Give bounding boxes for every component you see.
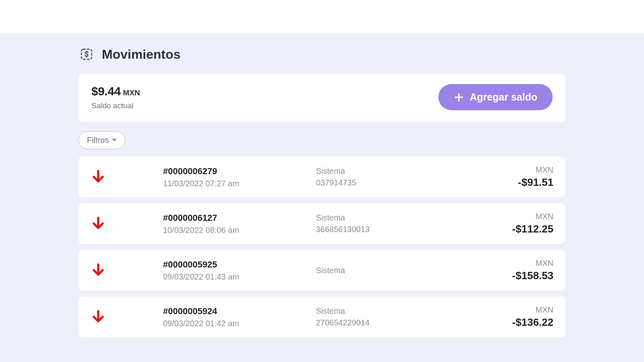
transaction-amount-cell: MXN-$91.51 [449,165,553,189]
balance-card: $9.44 MXN Saldo actual Agregar saldo [78,74,566,122]
transaction-main: #000000592409/03/2022 01:42 am [163,306,316,328]
page-body: Movimientos $9.44 MXN Saldo actual Agreg… [0,34,644,362]
transaction-row[interactable]: #000000612710/03/2022 08:06 amSistema366… [78,203,566,244]
filters-label: Filtros [87,136,109,145]
transaction-system-label: Sistema [316,167,449,176]
transaction-datetime: 09/03/2022 01:43 am [163,272,316,282]
transaction-amount: -$136.22 [512,316,553,329]
transaction-direction-cell [91,262,163,279]
add-balance-button[interactable]: Agregar saldo [438,84,553,110]
content-container: Movimientos $9.44 MXN Saldo actual Agreg… [78,46,566,337]
transaction-currency: MXN [536,165,553,175]
transaction-main: #000000592509/03/2022 01:43 am [163,259,316,282]
arrow-down-icon [91,169,106,185]
plus-icon [454,92,464,103]
transaction-datetime: 09/03/2022 01:42 am [163,319,316,328]
transaction-id: #0000005924 [163,306,316,317]
transaction-system: Sistema270654229014 [316,306,449,327]
balance-amount: $9.44 [91,84,121,98]
transaction-direction-cell [91,169,163,185]
transaction-system-ref: 366856130013 [316,225,449,234]
transaction-amount-cell: MXN-$112.25 [449,212,553,235]
transaction-amount: -$112.25 [512,223,553,235]
chevron-down-icon [112,139,117,142]
transaction-direction-cell [91,309,163,325]
transactions-icon [78,46,95,62]
transaction-amount-cell: MXN-$158.53 [449,259,553,282]
balance-info: $9.44 MXN Saldo actual [91,84,140,110]
transaction-system: Sistema [316,266,449,275]
balance-currency: MXN [123,88,140,97]
transaction-direction-cell [91,215,163,232]
transaction-system: Sistema366856130013 [316,213,449,234]
transaction-currency: MXN [536,212,553,221]
arrow-down-icon [91,262,106,279]
transaction-id: #0000005925 [163,259,316,270]
transaction-amount: -$158.53 [512,269,553,282]
transaction-main: #000000627911/03/2022 07:27 am [163,166,316,188]
transaction-amount: -$91.51 [518,176,553,189]
transaction-id: #0000006127 [163,213,316,223]
transaction-amount-cell: MXN-$136.22 [449,305,553,329]
transaction-main: #000000612710/03/2022 08:06 am [163,213,316,235]
transactions-list: #000000627911/03/2022 07:27 amSistema037… [78,156,566,337]
top-bar [0,0,644,34]
balance-amount-line: $9.44 MXN [91,84,140,98]
filters-row: Filtros [78,131,566,149]
transaction-row[interactable]: #000000592509/03/2022 01:43 amSistemaMXN… [78,250,566,291]
transaction-system-label: Sistema [316,306,449,316]
transaction-row[interactable]: #000000592409/03/2022 01:42 amSistema270… [78,296,566,337]
transaction-id: #0000006279 [163,166,316,177]
transaction-system-ref: 037914735 [316,178,449,187]
transaction-system-ref: 270654229014 [316,318,449,327]
transaction-system-label: Sistema [316,213,449,222]
filters-button[interactable]: Filtros [78,131,125,149]
transaction-datetime: 10/03/2022 08:06 am [163,226,316,235]
transaction-system-label: Sistema [316,266,449,275]
transaction-row[interactable]: #000000627911/03/2022 07:27 amSistema037… [78,156,566,197]
transaction-datetime: 11/03/2022 07:27 am [163,179,316,188]
arrow-down-icon [91,215,106,232]
arrow-down-icon [91,309,106,325]
transaction-currency: MXN [536,259,553,268]
page-header: Movimientos [78,46,566,62]
page-title: Movimientos [102,47,181,62]
transaction-currency: MXN [536,305,553,315]
balance-label: Saldo actual [91,101,140,110]
add-balance-label: Agregar saldo [470,91,537,103]
transaction-system: Sistema037914735 [316,167,449,187]
